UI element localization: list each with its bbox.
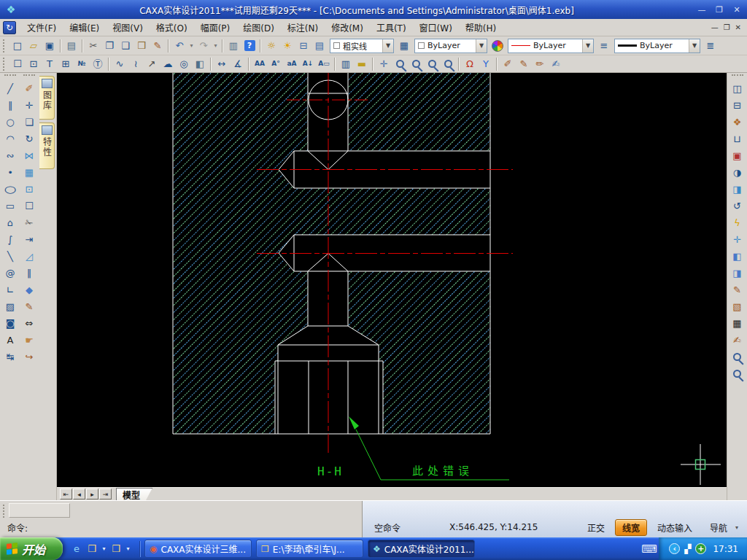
pan-button[interactable]: ✛ <box>376 56 392 71</box>
menu-tools[interactable]: 工具(T) <box>370 19 413 36</box>
rotate-view-button[interactable]: ↺ <box>729 198 746 214</box>
bench-button[interactable]: ⊔ <box>729 131 746 147</box>
spline-tool[interactable]: ∾ <box>1 147 19 164</box>
navigation-dropdown-arrow[interactable]: ▾ <box>735 524 738 531</box>
clock[interactable]: 17:31 <box>713 544 738 554</box>
text-tool[interactable]: A <box>1 332 19 349</box>
text-find-button[interactable]: AA <box>252 56 268 71</box>
quicklaunch-dropdown-2[interactable]: ▾ <box>125 542 131 556</box>
quick-render-button[interactable]: ϟ <box>729 214 746 231</box>
layer-manager-button[interactable]: ▦ <box>396 38 412 53</box>
folder-quicklaunch-1[interactable]: ❒ <box>85 542 98 556</box>
view-3d-tool[interactable]: ◆ <box>20 281 38 298</box>
break-line-button[interactable]: ≀ <box>128 56 144 71</box>
ellipse-tool[interactable]: ○ <box>1 181 19 198</box>
symbol-stamp-button[interactable]: ◎ <box>176 56 192 71</box>
first-sheet-button[interactable]: ⇤ <box>60 489 72 499</box>
trim-tool[interactable]: ✁ <box>20 214 38 231</box>
rotate-tool[interactable]: ↻ <box>20 131 38 147</box>
text-block-button[interactable]: Ⓣ <box>90 56 106 71</box>
text-ruler-button[interactable]: A▭ <box>316 56 332 71</box>
panel-handle[interactable] <box>3 505 4 518</box>
circle-tool[interactable]: ○ <box>1 114 19 131</box>
zoom-in-button[interactable] <box>392 56 408 71</box>
help-button[interactable]: ? <box>241 38 258 53</box>
command-prompt[interactable]: 命令: <box>7 521 28 534</box>
linetype-combo[interactable]: ByLayer ▼ <box>508 39 594 53</box>
lineweight-combo-arrow[interactable]: ▼ <box>689 39 700 52</box>
menu-view[interactable]: 视图(V) <box>106 19 150 36</box>
viewport-text-button[interactable]: T <box>42 56 58 71</box>
last-sheet-button[interactable]: ⇥ <box>99 489 112 499</box>
quicklaunch-dropdown-1[interactable]: ▾ <box>101 542 107 556</box>
document-icon[interactable]: ↻ <box>3 21 16 34</box>
menu-paper[interactable]: 幅面(P) <box>194 19 237 36</box>
language-bar-keyboard-icon[interactable]: ⌨ <box>640 540 659 558</box>
layer-brightness-button[interactable]: ☀ <box>279 38 295 53</box>
profile-tool[interactable]: ∟ <box>1 281 19 298</box>
model-sheet-tab[interactable]: 模型 <box>116 488 152 500</box>
dim-linear-button[interactable]: ↔ <box>214 56 230 71</box>
formula-curve-tool[interactable]: @ <box>1 265 19 281</box>
menu-edit[interactable]: 编辑(E) <box>63 19 106 36</box>
sketch-note-button[interactable]: ✎ <box>729 281 746 298</box>
break-tool[interactable]: ‖ <box>20 265 38 281</box>
toolbar-handle[interactable] <box>3 39 7 52</box>
note-flash-button[interactable]: ✍ <box>729 332 746 349</box>
ie-quicklaunch[interactable]: e <box>70 542 83 556</box>
split-view-button[interactable]: ◨ <box>729 181 746 198</box>
select-tool[interactable]: ☐ <box>20 198 38 214</box>
wave-line-button[interactable]: ∿ <box>112 56 128 71</box>
toolbar-handle[interactable] <box>3 58 7 71</box>
char-map-button[interactable]: aA <box>284 56 300 71</box>
zoom-assembly-button[interactable] <box>729 365 746 382</box>
linetype-combo-arrow[interactable]: ▼ <box>582 39 593 52</box>
linestyle-combo-arrow[interactable]: ▼ <box>382 39 393 52</box>
photo-view-button[interactable]: ▣ <box>729 147 746 164</box>
revision-cloud-button[interactable]: ☁ <box>160 56 176 71</box>
tile-view-button[interactable]: ⊟ <box>729 97 746 114</box>
dynamic-input-toggle[interactable]: 动态输入 <box>650 519 700 536</box>
close-button[interactable]: ✕ <box>731 5 743 15</box>
edit-brush-button[interactable]: ✐ <box>500 56 516 71</box>
line-tool[interactable]: ╱ <box>1 80 19 97</box>
new-file-button[interactable]: □ <box>9 38 26 53</box>
paste-button[interactable]: ❒ <box>133 38 150 53</box>
undo-button[interactable]: ↶ <box>171 38 187 53</box>
task-caxa-2011[interactable]: ❖ CAXA实体设计2011... <box>368 540 475 558</box>
zoom-all-button[interactable] <box>424 56 440 71</box>
zoom-previous-button[interactable] <box>440 56 456 71</box>
update-icon[interactable]: + <box>695 543 706 554</box>
zoom-part-button[interactable] <box>729 349 746 365</box>
tray-restore-icon[interactable]: ‹ <box>669 543 680 554</box>
array-tool[interactable]: ▦ <box>20 164 38 181</box>
copy-button[interactable]: ❐ <box>101 38 117 53</box>
color-wheel-button[interactable] <box>489 38 506 53</box>
save-button[interactable]: ▣ <box>42 38 58 53</box>
flyout-tab-properties[interactable]: 特性 <box>39 122 55 169</box>
layer-visibility-button[interactable]: ☼ <box>263 38 279 53</box>
section-view-button[interactable]: ◑ <box>729 164 746 181</box>
panel-right-button[interactable]: ◨ <box>729 265 746 281</box>
copy-basepoint-button[interactable]: ❑ <box>117 38 133 53</box>
erase-tool[interactable]: ✐ <box>20 80 38 97</box>
exb-export-tool[interactable]: ↪ <box>20 349 38 365</box>
lineweight-toggle[interactable]: 线宽 <box>615 519 647 536</box>
menu-help[interactable]: 帮助(H) <box>459 19 503 36</box>
drag-hand-tool[interactable]: ☛ <box>20 332 38 349</box>
task-caxa-3d[interactable]: ◉ CAXA实体设计三维... <box>144 540 252 558</box>
hatch-tool[interactable]: ▨ <box>1 298 19 315</box>
zoom-display-button[interactable]: ⊡ <box>26 56 42 71</box>
linetype-manager-button[interactable]: ≡ <box>596 38 612 53</box>
stretch-tool[interactable]: ⇔ <box>20 315 38 332</box>
restore-button[interactable]: ❐ <box>713 5 725 15</box>
scale-tool[interactable]: ⊡ <box>20 181 38 198</box>
redo-button[interactable]: ↷ <box>196 38 212 53</box>
layer-combo[interactable]: ByLayer ▼ <box>414 39 487 53</box>
toolbox-handle[interactable] <box>23 74 35 79</box>
dim-coordinate-button[interactable]: ∡ <box>230 56 246 71</box>
linestyle-combo[interactable]: 粗实线 ▼ <box>330 39 394 53</box>
rectangle-tool[interactable]: ▭ <box>1 198 19 214</box>
command-panel[interactable]: 命令: <box>0 501 363 537</box>
mdi-restore-button[interactable]: ❐ <box>724 23 730 31</box>
